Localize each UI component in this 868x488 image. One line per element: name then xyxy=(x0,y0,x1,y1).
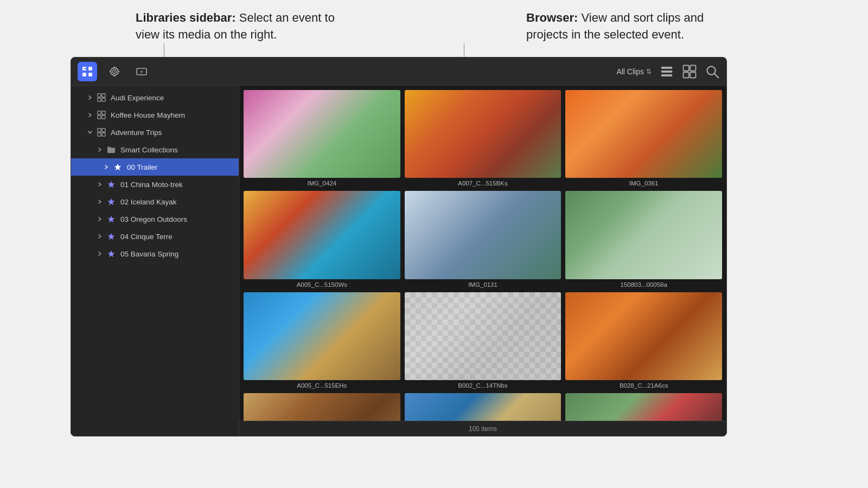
chevron-icon xyxy=(96,215,104,223)
grid-view-icon xyxy=(682,64,697,79)
svg-marker-38 xyxy=(108,233,114,240)
clip-thumbnail xyxy=(405,90,561,178)
sidebar-item-adventure[interactable]: Adventure Trips xyxy=(71,124,239,141)
toolbar-icons-left: T xyxy=(78,62,151,81)
star-icon xyxy=(112,162,123,172)
main-area: Audi Experience Koffee House Mayhem Adve… xyxy=(71,86,726,436)
svg-rect-3 xyxy=(88,73,92,76)
libraries-icon-button[interactable] xyxy=(78,62,97,81)
sidebar-item-koffee[interactable]: Koffee House Mayhem xyxy=(71,106,239,124)
clip-item-clip9[interactable]: B028_C...21A6cs xyxy=(565,292,722,389)
sidebar-item-smart-collections[interactable]: Smart Collections xyxy=(71,141,239,158)
star-icon xyxy=(106,214,117,224)
clip-item-clip4[interactable]: A005_C...5150Ws xyxy=(244,191,400,287)
clip-thumbnail xyxy=(565,393,722,421)
sidebar-item-label: 04 Cinque Terre xyxy=(120,233,173,241)
annotation-right-desc: View and sort clips and projects in the … xyxy=(526,11,704,41)
chevron-icon xyxy=(86,94,94,101)
title-icon-button[interactable]: T xyxy=(132,62,151,81)
sidebar: Audi Experience Koffee House Mayhem Adve… xyxy=(71,86,239,436)
toolbar: T All Clips ⇅ xyxy=(71,57,726,86)
svg-line-21 xyxy=(714,73,719,78)
svg-marker-36 xyxy=(108,198,114,205)
browser-grid: IMG_0424A007_C...515BKsIMG_0361A005_C...… xyxy=(239,86,726,421)
sidebar-item-audi[interactable]: Audi Experience xyxy=(71,89,239,106)
clip-label: IMG_0131 xyxy=(405,281,561,288)
clip-item-clip12[interactable] xyxy=(565,393,722,421)
search-button[interactable] xyxy=(705,64,720,79)
list-view-button[interactable] xyxy=(659,64,674,79)
folder-icon xyxy=(106,144,117,155)
clip-item-clip8[interactable]: B002_C...14TNbs xyxy=(405,292,561,389)
svg-rect-14 xyxy=(661,70,672,73)
grid-icon xyxy=(96,127,107,138)
sidebar-item-label: 02 Iceland Kayak xyxy=(120,198,177,206)
svg-rect-33 xyxy=(102,133,105,136)
browser: IMG_0424A007_C...515BKsIMG_0361A005_C...… xyxy=(239,86,726,436)
chevron-icon xyxy=(96,198,104,206)
all-clips-button[interactable]: All Clips ⇅ xyxy=(616,67,652,76)
clip-thumbnail xyxy=(244,90,400,178)
clip-item-clip5[interactable]: IMG_0131 xyxy=(405,191,561,287)
svg-text:T: T xyxy=(141,70,143,75)
svg-rect-32 xyxy=(98,133,101,136)
list-view-icon xyxy=(659,64,674,79)
photo-icon xyxy=(108,66,120,78)
sidebar-item-china[interactable]: 01 China Moto-trek xyxy=(71,176,239,193)
clip-label: IMG_0424 xyxy=(244,180,400,187)
chevron-icon xyxy=(96,233,104,240)
svg-rect-24 xyxy=(98,98,101,101)
svg-rect-27 xyxy=(102,111,105,114)
clip-label: A007_C...515BKs xyxy=(405,180,561,187)
star-icon xyxy=(106,196,117,207)
svg-rect-26 xyxy=(98,111,101,114)
annotation-area: Libraries sidebar: Select an event to vi… xyxy=(0,0,868,57)
clip-item-clip3[interactable]: IMG_0361 xyxy=(565,90,722,187)
svg-marker-34 xyxy=(114,164,121,170)
all-clips-arrows: ⇅ xyxy=(646,68,652,75)
svg-rect-28 xyxy=(98,115,101,119)
clip-item-clip2[interactable]: A007_C...515BKs xyxy=(405,90,561,187)
clip-label: B002_C...14TNbs xyxy=(405,382,561,389)
clip-item-clip6[interactable]: 150803...00058a xyxy=(565,191,722,287)
svg-rect-31 xyxy=(102,129,105,132)
svg-rect-19 xyxy=(690,72,695,78)
photo-icon-button[interactable] xyxy=(105,62,124,81)
sidebar-item-label: Audi Experience xyxy=(111,94,164,102)
svg-rect-23 xyxy=(102,94,105,97)
chevron-icon xyxy=(96,250,104,258)
chevron-icon xyxy=(86,129,94,136)
sidebar-item-oregon[interactable]: 03 Oregon Outdoors xyxy=(71,210,239,228)
sidebar-item-label: 05 Bavaria Spring xyxy=(120,250,178,258)
sidebar-item-label: Smart Collections xyxy=(120,146,178,154)
grid-icon xyxy=(96,92,107,103)
star-icon xyxy=(106,179,117,190)
annotation-left-label: Libraries sidebar: xyxy=(136,11,236,24)
sidebar-item-trailer[interactable]: 00 Trailer xyxy=(71,158,239,176)
sidebar-item-cinque[interactable]: 04 Cinque Terre xyxy=(71,228,239,245)
clip-label: B028_C...21A6cs xyxy=(565,382,722,389)
clip-thumbnail xyxy=(244,191,400,279)
clip-item-clip7[interactable]: A005_C...515EHs xyxy=(244,292,400,389)
clip-thumbnail xyxy=(565,90,722,178)
grid-view-button[interactable] xyxy=(682,64,697,79)
sidebar-item-label: Adventure Trips xyxy=(111,129,162,137)
libraries-icon xyxy=(81,66,93,78)
clip-item-clip10[interactable] xyxy=(244,393,400,421)
clip-item-clip1[interactable]: IMG_0424 xyxy=(244,90,400,187)
annotation-left: Libraries sidebar: Select an event to vi… xyxy=(136,10,342,43)
clip-label: IMG_0361 xyxy=(565,180,722,187)
svg-rect-29 xyxy=(102,115,105,119)
clip-label: 150803...00058a xyxy=(565,281,722,288)
svg-marker-39 xyxy=(108,251,114,257)
all-clips-label: All Clips xyxy=(616,67,644,76)
svg-rect-17 xyxy=(690,65,695,70)
svg-rect-25 xyxy=(102,98,105,101)
annotation-right-label: Browser: xyxy=(526,11,578,24)
clip-item-clip11[interactable] xyxy=(405,393,561,421)
sidebar-item-bavaria[interactable]: 05 Bavaria Spring xyxy=(71,245,239,262)
svg-rect-1 xyxy=(88,67,92,70)
svg-rect-22 xyxy=(98,94,101,97)
clip-thumbnail xyxy=(244,393,400,421)
sidebar-item-iceland[interactable]: 02 Iceland Kayak xyxy=(71,193,239,210)
